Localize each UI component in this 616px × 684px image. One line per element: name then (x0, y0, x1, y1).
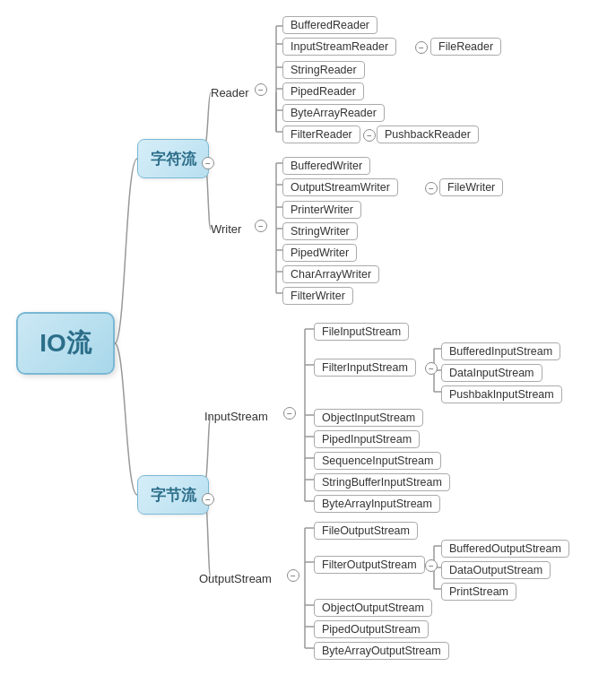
leaf-pipedreader: PipedReader (282, 82, 364, 100)
leaf-bufferedoutputstream: BufferedOutputStream (441, 540, 569, 558)
l1-zijie-label: 字节流 (151, 485, 196, 506)
leaf-pushbackreader: PushbackReader (377, 126, 479, 143)
leaf-stringwriter: StringWriter (282, 222, 358, 240)
leaf-inputstreamreader: InputStreamReader (282, 38, 396, 56)
collapse-filterreader[interactable]: − (363, 129, 376, 142)
l2-outputstream: OutputStream (199, 572, 272, 585)
l2-inputstream: InputStream (204, 410, 268, 423)
leaf-filterwriter: FilterWriter (282, 287, 353, 305)
collapse-inputstream[interactable]: − (283, 407, 296, 420)
collapse-filteroutputstream[interactable]: − (425, 559, 438, 572)
leaf-pipedoutputstream: PipedOutputStream (314, 620, 429, 638)
leaf-outputstreamwriter: OutputStreamWriter (282, 178, 398, 196)
leaf-stringbufferinputstream: StringBufferInputStream (314, 473, 450, 491)
leaf-chararraywriter: CharArrayWriter (282, 265, 379, 283)
collapse-zifu[interactable]: − (202, 157, 214, 169)
l2-writer: Writer (211, 222, 241, 236)
leaf-datainputstream: DataInputStream (441, 364, 542, 382)
leaf-objectoutputstream: ObjectOutputStream (314, 599, 432, 617)
leaf-bytearrayinputstream: ByteArrayInputStream (314, 495, 440, 513)
collapse-outputstreamwriter[interactable]: − (425, 182, 438, 195)
collapse-zijie[interactable]: − (202, 493, 214, 506)
leaf-filteroutputstream: FilterOutputStream (314, 556, 425, 574)
leaf-printerwriter: PrinterWriter (282, 201, 361, 219)
leaf-stringreader: StringReader (282, 61, 365, 79)
collapse-writer[interactable]: − (255, 220, 267, 232)
leaf-pipedinputstream: PipedInputStream (314, 430, 420, 448)
l1-zifu-label: 字符流 (151, 149, 196, 169)
leaf-objectinputstream: ObjectInputStream (314, 409, 423, 427)
collapse-reader[interactable]: − (255, 83, 267, 96)
leaf-filterreader: FilterReader (282, 126, 360, 143)
leaf-bytearrayreader: ByteArrayReader (282, 104, 385, 122)
leaf-bufferedreader: BufferedReader (282, 16, 377, 34)
leaf-bufferedinputstream: BufferedInputStream (441, 342, 560, 360)
leaf-filereader: FileReader (430, 38, 501, 56)
leaf-pipedwriter: PipedWriter (282, 244, 357, 262)
l1-zifu: 字符流 (137, 139, 209, 178)
l2-reader: Reader (211, 86, 249, 100)
collapse-outputstream[interactable]: − (287, 569, 299, 582)
l1-zijie: 字节流 (137, 475, 209, 515)
leaf-bufferedwriter: BufferedWriter (282, 157, 370, 175)
leaf-sequenceinputstream: SequenceInputStream (314, 452, 441, 470)
leaf-fileinputstream: FileInputStream (314, 323, 409, 341)
leaf-filterinputstream: FilterInputStream (314, 359, 416, 377)
leaf-fileoutputstream: FileOutputStream (314, 522, 418, 540)
collapse-filterinputstream[interactable]: − (425, 362, 438, 375)
mind-map: IO流 字符流 − 字节流 − Reader − Writer − InputS… (0, 0, 616, 684)
leaf-printstream: PrintStream (441, 583, 516, 601)
leaf-pushbakinputstream: PushbakInputStream (441, 385, 562, 403)
leaf-bytearrayoutputstream: ByteArrayOutputStream (314, 642, 449, 660)
root-node: IO流 (16, 312, 115, 375)
root-label: IO流 (39, 326, 91, 360)
leaf-dataoutputstream: DataOutputStream (441, 561, 551, 579)
collapse-inputstreamreader[interactable]: − (415, 41, 428, 54)
leaf-filewriter: FileWriter (439, 178, 503, 196)
